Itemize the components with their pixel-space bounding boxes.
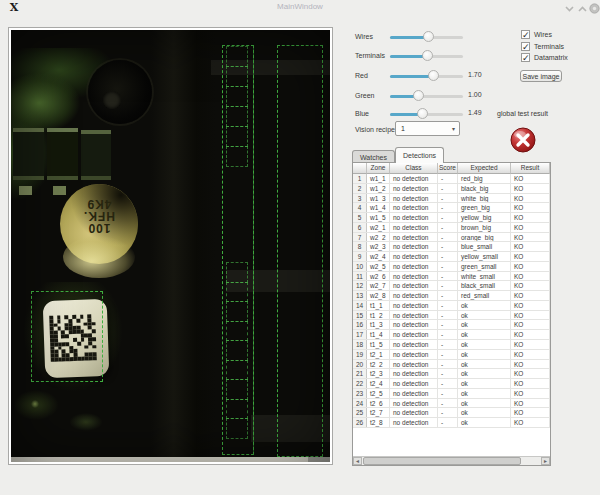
table-row[interactable]: 25t2_7no detection-okKO [353, 408, 550, 418]
checkbox-datamatrix[interactable]: ✓Datamatrix [521, 53, 568, 62]
row-number: 13 [353, 291, 367, 300]
table-row[interactable]: 16t1_3no detection-okKO [353, 320, 550, 330]
row-number: 23 [353, 389, 367, 398]
result-cell: KO [511, 242, 550, 251]
table-row[interactable]: 12w2_7no detection-black_smallKO [353, 281, 550, 291]
close-circle-icon [589, 3, 600, 14]
class-cell: no detection [390, 291, 438, 300]
table-row[interactable]: 26t2_8no detection-okKO [353, 418, 550, 428]
zone-cell [226, 340, 248, 361]
row-number: 4 [353, 203, 367, 212]
scroll-right-button[interactable]: ► [541, 457, 550, 465]
table-row[interactable]: 22t2_4no detection-okKO [353, 379, 550, 389]
checkbox-box[interactable]: ✓ [521, 30, 530, 39]
expected-cell: green_big [458, 203, 511, 212]
smd-component [13, 128, 44, 180]
table-row[interactable]: 18t1_5no detection-okKO [353, 340, 550, 350]
result-cell: KO [511, 174, 550, 183]
table-row[interactable]: 13w2_8no detection-red_smallKO [353, 291, 550, 301]
table-row[interactable]: 5w1_5no detection-yellow_bigKO [353, 213, 550, 223]
save-image-button[interactable]: Save image [520, 70, 562, 82]
table-row[interactable]: 9w2_4no detection-yellow_smallKO [353, 252, 550, 262]
column-header-Zone[interactable]: Zone [367, 163, 390, 174]
slider-track-green[interactable] [390, 95, 463, 98]
scrollbar-thumb[interactable] [363, 457, 521, 465]
vision-recipe-select[interactable]: 1 ▾ [395, 121, 460, 136]
checkbox-box[interactable]: ✓ [521, 53, 530, 62]
table-row[interactable]: 4w1_4no detection-green_bigKO [353, 203, 550, 213]
slider-handle-green[interactable] [413, 90, 424, 101]
global-test-result-label: global test result [497, 110, 548, 117]
table-row[interactable]: 19t2_1no detection-okKO [353, 350, 550, 360]
zone-cell [226, 418, 248, 439]
zone-overlay-column-2 [277, 45, 323, 457]
table-row[interactable]: 15t1_2no detection-okKO [353, 311, 550, 321]
expected-cell: white_big [458, 194, 511, 203]
table-row[interactable]: 8w2_3no detection-blue_smallKO [353, 242, 550, 252]
class-cell: no detection [390, 174, 438, 183]
score-cell: - [438, 418, 458, 427]
expected-cell: ok [458, 320, 511, 329]
slider-handle-blue[interactable] [417, 108, 428, 119]
expected-cell: yellow_big [458, 213, 511, 222]
result-cell: KO [511, 418, 550, 427]
column-header-Expected[interactable]: Expected [458, 163, 511, 174]
table-row[interactable]: 20t2_2no detection-okKO [353, 360, 550, 370]
horizontal-scrollbar[interactable]: ◄ ► [353, 456, 550, 465]
table-row[interactable]: 21t2_3no detection-okKO [353, 369, 550, 379]
slider-handle-wires[interactable] [423, 31, 434, 42]
table-row[interactable]: 1w1_1no detection-red_bigKO [353, 174, 550, 184]
zone-cell: t2_6 [367, 399, 390, 408]
zone-cell: t1_4 [367, 330, 390, 339]
shadow-band [151, 30, 216, 462]
zone-cell [226, 126, 248, 147]
slider-handle-terminals[interactable] [422, 50, 433, 61]
class-cell: no detection [390, 311, 438, 320]
row-number: 17 [353, 330, 367, 339]
row-number: 26 [353, 418, 367, 427]
chevron-down-icon [565, 6, 574, 12]
checkbox-wires[interactable]: ✓Wires [521, 30, 552, 39]
table-row[interactable]: 11w2_6no detection-white_smallKO [353, 272, 550, 282]
tab-detections[interactable]: Detections [395, 147, 444, 163]
close-button[interactable] [588, 2, 600, 15]
table-row[interactable]: 2w1_2no detection-black_bigKO [353, 184, 550, 194]
table-row[interactable]: 10w2_5no detection-green_smallKO [353, 262, 550, 272]
class-cell: no detection [390, 360, 438, 369]
column-header-row-number[interactable] [353, 163, 367, 174]
table-row[interactable]: 24t2_6no detection-okKO [353, 399, 550, 409]
score-cell: - [438, 379, 458, 388]
scroll-left-button[interactable]: ◄ [353, 457, 362, 465]
class-cell: no detection [390, 301, 438, 310]
zone-cell: t2_5 [367, 389, 390, 398]
slider-track-red[interactable] [390, 75, 463, 78]
class-cell: no detection [390, 379, 438, 388]
result-cell: KO [511, 281, 550, 290]
minimize-button[interactable] [563, 2, 576, 15]
class-cell: no detection [390, 320, 438, 329]
zone-cell: t2_8 [367, 418, 390, 427]
chevron-down-icon: ▾ [452, 125, 455, 132]
zone-cell [226, 262, 248, 283]
result-cell: KO [511, 233, 550, 242]
table-row[interactable]: 23t2_5no detection-okKO [353, 389, 550, 399]
solder-pad [19, 186, 32, 195]
column-header-Class[interactable]: Class [390, 163, 438, 174]
camera-image-panel: 100HFK.4K9 [8, 27, 333, 465]
table-row[interactable]: 6w2_1no detection-brown_bigKO [353, 223, 550, 233]
table-row[interactable]: 17t1_4no detection-okKO [353, 330, 550, 340]
pcb-photo: 100HFK.4K9 [11, 30, 330, 462]
zone-cell [226, 379, 248, 400]
column-header-Result[interactable]: Result [511, 163, 550, 174]
table-row[interactable]: 3w1_3no detection-white_bigKO [353, 194, 550, 204]
checkbox-terminals[interactable]: ✓Terminals [521, 42, 564, 51]
table-row[interactable]: 14t1_1no detection-okKO [353, 301, 550, 311]
class-cell: no detection [390, 233, 438, 242]
expected-cell: ok [458, 379, 511, 388]
checkbox-box[interactable]: ✓ [521, 42, 530, 51]
table-row[interactable]: 7w2_2no detection-orange_bigKO [353, 233, 550, 243]
column-header-Score[interactable]: Score [438, 163, 458, 174]
expected-cell: brown_big [458, 223, 511, 232]
expected-cell: blue_small [458, 242, 511, 251]
slider-handle-red[interactable] [428, 70, 439, 81]
